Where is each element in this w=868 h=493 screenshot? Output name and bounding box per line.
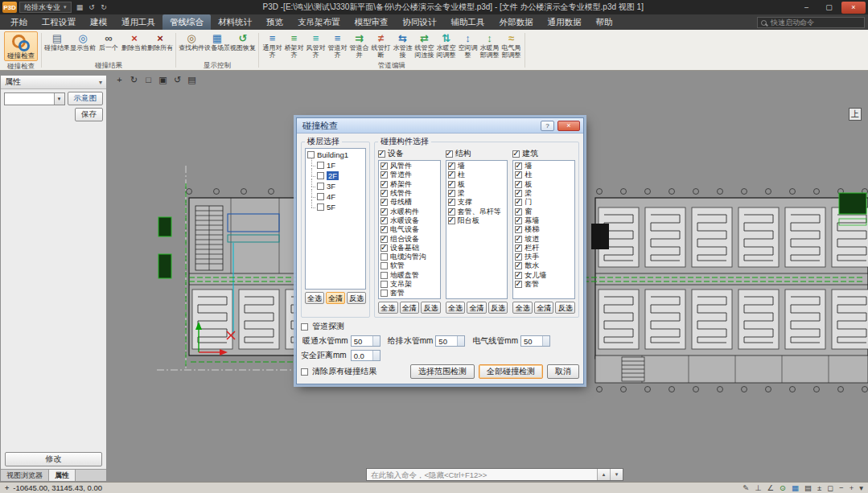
menu-tab[interactable]: 通用数据 bbox=[541, 14, 589, 30]
maximize-button[interactable]: ▢ bbox=[819, 2, 839, 14]
checkbox[interactable] bbox=[381, 281, 388, 288]
structure-select-all-button[interactable]: 全选 bbox=[446, 302, 466, 314]
checkbox[interactable] bbox=[515, 217, 522, 224]
menu-tab[interactable]: 开始 bbox=[3, 14, 35, 30]
ribbon-button[interactable]: ↕ 空间调整 bbox=[457, 31, 479, 59]
minimize-button[interactable]: – bbox=[796, 2, 817, 14]
checkbox[interactable] bbox=[317, 172, 324, 179]
checkbox[interactable] bbox=[515, 262, 522, 269]
previous-view-icon[interactable]: ↺ bbox=[171, 74, 183, 85]
floor-tree-root[interactable]: Building1 bbox=[307, 150, 364, 160]
checkbox[interactable] bbox=[317, 162, 324, 169]
checkbox[interactable] bbox=[317, 203, 324, 211]
structure-invert-button[interactable]: 反选 bbox=[488, 302, 508, 314]
menu-tab[interactable]: 辅助工具 bbox=[444, 14, 492, 30]
equipment-list[interactable]: 风管件 管道件 bbox=[378, 160, 441, 299]
polar-icon[interactable]: ∠ bbox=[767, 483, 775, 492]
list-item[interactable]: 板 bbox=[515, 180, 573, 189]
list-item[interactable]: 栏杆 bbox=[515, 244, 573, 253]
zoom-in-icon[interactable]: + bbox=[849, 483, 854, 492]
list-item[interactable]: 楼梯 bbox=[515, 225, 573, 234]
checkbox[interactable] bbox=[381, 253, 388, 261]
checkbox[interactable] bbox=[381, 290, 388, 297]
osnap-icon[interactable]: ⊙ bbox=[780, 483, 786, 492]
floor-tree-item[interactable]: 3F bbox=[307, 181, 364, 191]
list-item[interactable]: 支吊架 bbox=[381, 280, 438, 289]
ribbon-button[interactable]: ▦ 设备场景 bbox=[204, 31, 230, 52]
ribbon-button[interactable]: ◎ 查找构件 bbox=[179, 31, 204, 52]
schematic-button[interactable]: 示意图 bbox=[68, 92, 104, 105]
checkbox[interactable] bbox=[317, 193, 324, 200]
floor-tree-item[interactable]: 2F bbox=[307, 170, 364, 181]
menu-tab[interactable]: 预览 bbox=[259, 14, 290, 30]
list-item[interactable]: 墙 bbox=[515, 162, 573, 170]
checkbox[interactable] bbox=[381, 171, 388, 179]
undo-icon[interactable]: ↺ bbox=[86, 2, 98, 13]
clearance-input[interactable]: 50 bbox=[435, 335, 465, 347]
command-history-button[interactable]: ▴ bbox=[597, 469, 610, 480]
checkbox[interactable] bbox=[512, 150, 520, 158]
app-logo-icon[interactable]: P3D bbox=[2, 2, 17, 13]
architecture-clear-all-button[interactable]: 全清 bbox=[534, 302, 554, 314]
checkbox[interactable] bbox=[448, 162, 455, 170]
list-item[interactable]: 坡道 bbox=[515, 234, 573, 243]
precision-icon[interactable]: ± bbox=[817, 483, 821, 492]
checkbox[interactable] bbox=[381, 199, 388, 206]
checkbox[interactable] bbox=[448, 217, 455, 224]
list-item[interactable]: 梁 bbox=[515, 189, 573, 198]
ribbon-button[interactable]: ↕ 水暖局部调整 bbox=[479, 31, 500, 59]
menu-tab[interactable]: 建模 bbox=[83, 14, 114, 30]
checkbox[interactable] bbox=[515, 171, 522, 179]
menu-tab[interactable]: 外部数据 bbox=[492, 14, 541, 30]
ribbon-button[interactable]: ≈ 电气局部调整 bbox=[500, 31, 522, 59]
checkbox[interactable] bbox=[448, 208, 455, 216]
equipment-invert-button[interactable]: 反选 bbox=[421, 302, 441, 314]
ribbon-button[interactable]: ≡ 管道对齐 bbox=[327, 31, 348, 59]
list-item[interactable]: 柱 bbox=[448, 170, 506, 179]
ortho-icon[interactable]: ⊥ bbox=[755, 483, 761, 492]
ribbon-button[interactable]: ▤ 碰撞结果 bbox=[44, 31, 70, 52]
expand-icon[interactable]: ▾ bbox=[859, 483, 863, 492]
modify-button[interactable]: 修改 bbox=[5, 452, 102, 466]
dialog-help-button[interactable]: ? bbox=[541, 121, 554, 131]
clearance-input[interactable]: 50 bbox=[520, 335, 550, 347]
visual-style-icon[interactable]: ▤ bbox=[186, 74, 198, 85]
ribbon-button[interactable]: ⇄ 线管空间连接 bbox=[413, 31, 435, 59]
type-selector-dropdown[interactable]: ▼ bbox=[4, 92, 65, 105]
profession-dropdown[interactable]: 给排水专业 ▾ bbox=[19, 2, 72, 13]
zoom-extents-icon[interactable]: ▣ bbox=[157, 74, 169, 85]
checkbox[interactable] bbox=[515, 226, 522, 233]
checkbox[interactable] bbox=[381, 236, 388, 243]
menu-tab[interactable]: 帮助 bbox=[589, 14, 620, 30]
ribbon-button[interactable]: ⇆ 水管连接 bbox=[392, 31, 413, 59]
list-item[interactable]: 窗 bbox=[515, 207, 573, 216]
pin-icon[interactable]: ▾ bbox=[99, 79, 102, 86]
checkbox[interactable] bbox=[515, 181, 522, 188]
floors-select-all-button[interactable]: 全选 bbox=[305, 292, 324, 304]
ribbon-button[interactable]: ≡ 通用对齐 bbox=[261, 31, 283, 59]
checkbox[interactable] bbox=[381, 208, 388, 216]
menu-tab[interactable]: 通用工具 bbox=[114, 14, 162, 30]
checkbox[interactable] bbox=[378, 150, 385, 158]
layers-icon[interactable]: ▤ bbox=[804, 483, 812, 492]
command-input[interactable] bbox=[367, 469, 597, 480]
checkbox[interactable] bbox=[515, 162, 522, 170]
architecture-invert-button[interactable]: 反选 bbox=[555, 302, 575, 314]
checkbox[interactable] bbox=[515, 190, 522, 197]
checkbox[interactable] bbox=[515, 208, 522, 216]
checkbox[interactable] bbox=[515, 272, 522, 279]
menu-tab[interactable]: 模型审查 bbox=[348, 14, 396, 30]
list-item[interactable]: 阳台板 bbox=[448, 216, 506, 225]
full-check-button[interactable]: 全部碰撞检测 bbox=[479, 364, 543, 379]
zoom-window-icon[interactable]: □ bbox=[142, 74, 154, 85]
checkbox[interactable] bbox=[381, 190, 388, 197]
list-item[interactable]: 幕墙 bbox=[515, 216, 573, 225]
ribbon-button[interactable]: ≡ 桥架对齐 bbox=[283, 31, 305, 59]
list-item[interactable]: 扶手 bbox=[515, 253, 573, 261]
collision-check-button[interactable]: 碰撞检查 bbox=[4, 31, 38, 61]
save-icon[interactable]: ▦ bbox=[74, 2, 86, 13]
list-item[interactable]: 套管 bbox=[515, 280, 573, 289]
checkbox[interactable] bbox=[515, 253, 522, 261]
list-item[interactable]: 柱 bbox=[515, 170, 573, 179]
checkbox[interactable] bbox=[381, 262, 388, 269]
